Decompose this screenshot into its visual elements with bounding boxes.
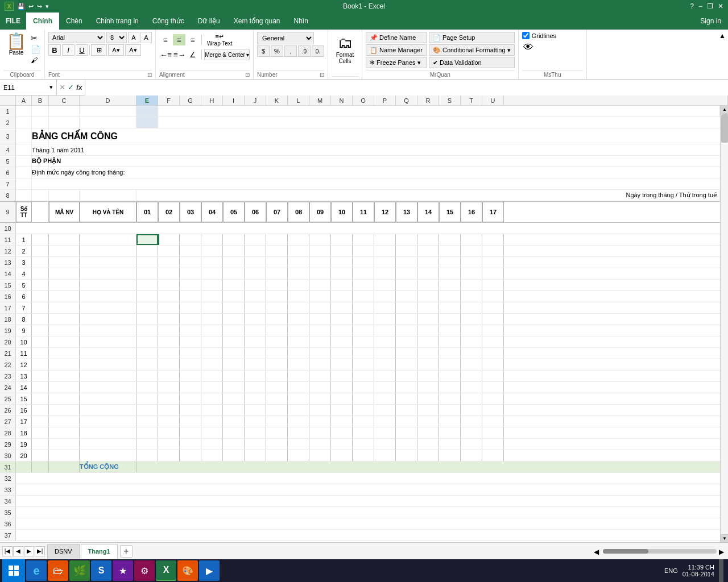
cell[interactable]	[16, 484, 720, 495]
cell-day01[interactable]	[136, 257, 158, 268]
col-header-k[interactable]: K	[266, 95, 288, 105]
cell-stt[interactable]: 11	[16, 348, 32, 359]
cell-day13[interactable]	[396, 450, 417, 461]
cell[interactable]	[49, 117, 80, 128]
cell[interactable]	[32, 416, 49, 427]
cell[interactable]	[32, 450, 49, 461]
cell-day08[interactable]	[288, 246, 309, 256]
cell-manv[interactable]	[49, 405, 80, 415]
cell-day14[interactable]	[417, 382, 439, 393]
cell[interactable]	[32, 234, 49, 245]
cell-day01[interactable]	[136, 291, 158, 302]
font-name-select[interactable]: Arial	[48, 32, 105, 43]
cell-day05[interactable]	[223, 280, 245, 290]
cell-day01[interactable]	[136, 280, 158, 290]
cell-day11[interactable]	[353, 359, 374, 370]
row-num[interactable]: 15	[0, 280, 16, 290]
cell-hoten-header[interactable]: HỌ VÀ TÊN	[80, 202, 136, 222]
cell-day06[interactable]	[245, 302, 266, 313]
cell-day06[interactable]	[245, 371, 266, 381]
cell-stt[interactable]: 6	[16, 291, 32, 302]
row-num[interactable]: 29	[0, 439, 16, 450]
cell-day11[interactable]	[353, 325, 374, 336]
cell-day10[interactable]	[331, 325, 353, 336]
collapse-ribbon-btn[interactable]: ▲	[717, 30, 728, 42]
cell-manv[interactable]	[49, 382, 80, 393]
cell-day07[interactable]	[266, 234, 288, 245]
cell[interactable]	[32, 117, 49, 128]
cell-day02[interactable]	[158, 405, 180, 415]
page-setup-btn[interactable]: 📄 Page Setup	[429, 32, 515, 43]
cell-day16[interactable]	[461, 314, 482, 325]
cell-day09[interactable]	[309, 302, 331, 313]
cell-manv[interactable]	[49, 268, 80, 279]
sheet-scroll-left[interactable]: ◀	[594, 548, 601, 555]
formulas-tab[interactable]: Công thức	[146, 13, 191, 30]
cell-day13[interactable]	[396, 302, 417, 313]
cell-day15[interactable]	[439, 325, 461, 336]
cell-day06[interactable]	[245, 439, 266, 450]
cell-day02[interactable]	[158, 416, 180, 427]
cell-day17[interactable]	[482, 246, 504, 256]
cell[interactable]	[16, 106, 32, 117]
media-icon[interactable]: ▶	[199, 560, 220, 581]
cell-day03[interactable]	[180, 371, 201, 381]
cell-day15[interactable]	[439, 416, 461, 427]
col-header-r[interactable]: R	[417, 95, 439, 105]
cell[interactable]	[32, 371, 49, 381]
cell[interactable]	[32, 405, 49, 415]
help-btn[interactable]: ?	[690, 2, 694, 10]
cell-day12[interactable]	[374, 405, 396, 415]
row-num[interactable]: 4	[0, 144, 16, 155]
cell-day12[interactable]	[374, 450, 396, 461]
cell-manv[interactable]	[49, 302, 80, 313]
cell-14[interactable]: 14	[417, 202, 439, 222]
cell-day06[interactable]	[245, 450, 266, 461]
row-num[interactable]: 1	[0, 106, 16, 117]
cell-day03[interactable]	[180, 268, 201, 279]
cell-day13[interactable]	[396, 427, 417, 438]
name-manager-btn[interactable]: 📋 Name Manager	[366, 44, 427, 56]
comma-btn[interactable]: ,	[284, 45, 297, 57]
cell-day06[interactable]	[245, 291, 266, 302]
cell-day06[interactable]	[245, 336, 266, 347]
cell-day06[interactable]	[245, 393, 266, 404]
cell-stt[interactable]: 12	[16, 359, 32, 370]
cell-day04[interactable]	[201, 268, 223, 279]
cell[interactable]	[504, 234, 720, 245]
cell-day12[interactable]	[374, 268, 396, 279]
cell-day10[interactable]	[331, 439, 353, 450]
cell-day13[interactable]	[396, 416, 417, 427]
cell-day02[interactable]	[158, 450, 180, 461]
cell-manv[interactable]	[49, 371, 80, 381]
percent-btn[interactable]: %	[271, 45, 283, 57]
cell[interactable]	[32, 246, 49, 256]
cell-day17[interactable]	[482, 348, 504, 359]
cell[interactable]	[16, 496, 720, 506]
cell-day17[interactable]	[482, 371, 504, 381]
cell-day16[interactable]	[461, 405, 482, 415]
indent-right-btn[interactable]: ≡→	[173, 49, 185, 60]
cell-manv[interactable]	[49, 450, 80, 461]
cell-day08[interactable]	[288, 302, 309, 313]
cell-day09[interactable]	[309, 336, 331, 347]
row-num[interactable]: 5	[0, 156, 16, 167]
cell-day15[interactable]	[439, 359, 461, 370]
cell-day16[interactable]	[461, 268, 482, 279]
row-num[interactable]: 13	[0, 257, 16, 268]
cell-day03[interactable]	[180, 416, 201, 427]
cell-day03[interactable]	[180, 348, 201, 359]
row-num[interactable]: 32	[0, 473, 16, 484]
cell[interactable]	[16, 462, 32, 472]
cell-day02[interactable]	[158, 359, 180, 370]
cell-day15[interactable]	[439, 302, 461, 313]
row-num[interactable]: 11	[0, 234, 16, 245]
cell-day04[interactable]	[201, 291, 223, 302]
cell[interactable]	[32, 257, 49, 268]
cell-stt[interactable]: 16	[16, 405, 32, 415]
cell-hoten[interactable]	[80, 393, 136, 404]
cell-stt[interactable]: 13	[16, 371, 32, 381]
row-num[interactable]: 28	[0, 427, 16, 438]
cell[interactable]	[504, 427, 720, 438]
cell[interactable]	[32, 427, 49, 438]
